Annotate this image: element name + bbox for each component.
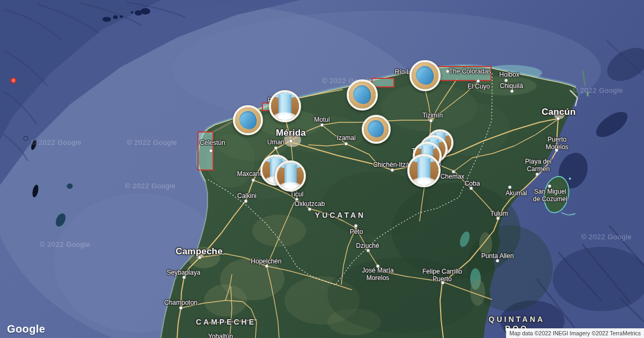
cenote-marker-waterfall[interactable] [269, 90, 301, 122]
attribution-text: Map data ©2022 INEGI Imagery ©2022 Terra… [509, 330, 641, 336]
red-dot-marker[interactable] [11, 78, 17, 84]
cenote-marker-lagoon[interactable] [409, 60, 441, 91]
cenote-marker-lagoon[interactable] [362, 115, 391, 144]
waterfall-mist [411, 177, 437, 187]
map-markers [0, 0, 644, 338]
map-viewport[interactable]: © 2022 Google© 2022 Google© 2022 Google©… [0, 0, 644, 338]
waterfall-mist [278, 182, 303, 192]
google-logo[interactable]: Google [7, 323, 45, 335]
cenote-marker-waterfall[interactable] [275, 160, 306, 192]
waterfall-mist [272, 112, 298, 122]
cenote-marker-lagoon[interactable] [233, 105, 263, 135]
map-attribution: Map data ©2022 INEGI Imagery ©2022 Terra… [506, 328, 644, 338]
cenote-marker-waterfall[interactable] [407, 154, 441, 187]
cenote-marker-lagoon[interactable] [347, 79, 378, 111]
